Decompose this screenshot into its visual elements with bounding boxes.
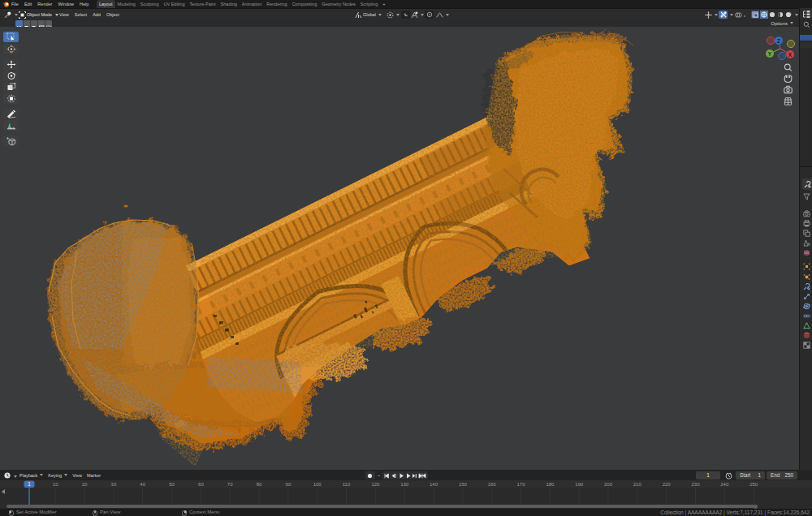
svg-text:240: 240 <box>720 482 729 487</box>
svg-text:130: 130 <box>400 482 409 487</box>
svg-text:20: 20 <box>82 482 88 487</box>
svg-text:60: 60 <box>198 482 204 487</box>
svg-text:Z: Z <box>777 38 780 44</box>
svg-text:100: 100 <box>313 482 322 487</box>
svg-text:70: 70 <box>227 482 233 487</box>
svg-text:1: 1 <box>28 481 31 487</box>
svg-text:120: 120 <box>371 482 380 487</box>
svg-text:210: 210 <box>633 482 642 487</box>
svg-text:X: X <box>788 52 793 58</box>
svg-text:180: 180 <box>546 482 555 487</box>
svg-text:170: 170 <box>516 482 525 487</box>
svg-text:150: 150 <box>459 482 468 487</box>
svg-text:40: 40 <box>140 482 145 487</box>
svg-text:140: 140 <box>430 482 438 487</box>
svg-text:220: 220 <box>663 482 672 487</box>
svg-text:160: 160 <box>488 482 497 487</box>
svg-text:90: 90 <box>286 482 292 487</box>
svg-text:50: 50 <box>169 482 175 487</box>
svg-text:200: 200 <box>604 482 613 487</box>
svg-text:30: 30 <box>111 482 117 487</box>
svg-text:Y: Y <box>768 51 772 57</box>
svg-text:230: 230 <box>691 482 700 487</box>
svg-text:10: 10 <box>53 482 58 487</box>
svg-text:250: 250 <box>749 482 758 487</box>
svg-text:80: 80 <box>257 482 262 487</box>
svg-text:110: 110 <box>343 482 351 487</box>
svg-text:190: 190 <box>575 482 584 487</box>
